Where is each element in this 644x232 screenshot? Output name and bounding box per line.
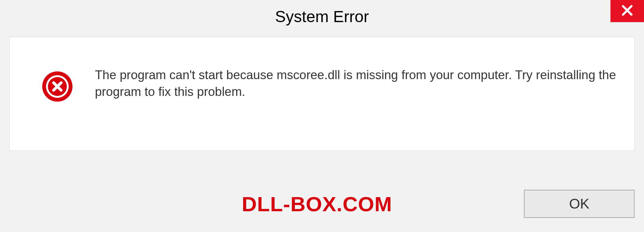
footer: DLL-BOX.COM OK <box>9 184 635 224</box>
error-message: The program can't start because mscoree.… <box>95 67 618 100</box>
window-title: System Error <box>275 7 369 26</box>
close-icon <box>621 4 634 18</box>
watermark-text: DLL-BOX.COM <box>9 192 524 216</box>
content-panel: The program can't start because mscoree.… <box>9 37 635 151</box>
titlebar: System Error <box>0 0 644 34</box>
error-icon <box>42 71 73 104</box>
close-button[interactable] <box>610 0 644 22</box>
ok-button-label: OK <box>569 196 590 212</box>
ok-button[interactable]: OK <box>524 190 635 218</box>
